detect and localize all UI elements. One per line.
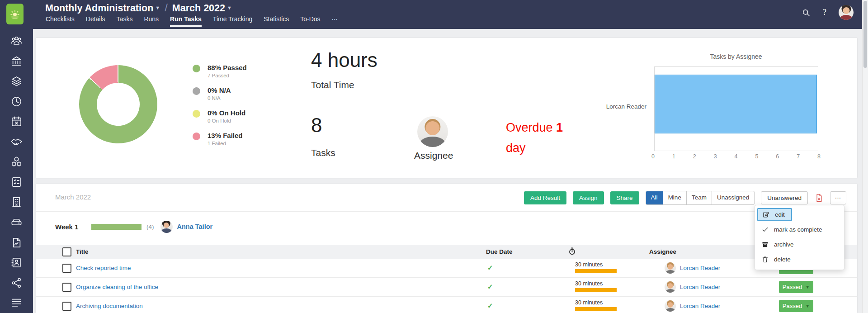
sidebar-item-share[interactable] xyxy=(0,273,33,293)
menu-item-mark-complete[interactable]: mark as complete xyxy=(755,222,844,237)
sidebar-item-time[interactable] xyxy=(0,91,33,112)
row-assignee-avatar[interactable] xyxy=(665,300,676,312)
run-title-dropdown[interactable]: March 2022 xyxy=(172,3,225,14)
tasks-count-value: 8 xyxy=(311,114,335,137)
row-checkbox[interactable] xyxy=(62,264,71,273)
menu-item-delete[interactable]: delete xyxy=(755,252,844,267)
sidebar-item-list[interactable] xyxy=(0,293,33,313)
x-tick: 1 xyxy=(672,153,675,160)
assignment-filter-group: All Mine Team Unassigned xyxy=(646,191,755,205)
filter-team[interactable]: Team xyxy=(686,191,712,204)
chevron-down-icon[interactable]: ▼ xyxy=(155,5,160,10)
help-icon[interactable]: ? xyxy=(823,8,826,17)
legend-item-onhold: 0% On Hold 0 On Hold xyxy=(193,109,247,131)
week-label: Week 1 xyxy=(55,223,91,231)
task-title-link[interactable]: Organize cleaning of the office xyxy=(76,284,158,290)
task-title-link[interactable]: Check reported time xyxy=(76,265,131,271)
menu-item-edit[interactable]: edit xyxy=(755,207,844,222)
more-actions-button[interactable]: ⋯ xyxy=(830,191,846,204)
sidebar-item-people[interactable] xyxy=(0,31,33,51)
table-row: Archiving documentation ✓ 30 minutes Lor… xyxy=(36,297,857,313)
trash-icon xyxy=(761,256,769,263)
calendar-x-icon xyxy=(10,115,23,128)
tab-to-dos[interactable]: To-Dos xyxy=(300,15,320,27)
app-window: Monthly Administration ▼ / March 2022 ▼ … xyxy=(0,0,868,313)
sidebar-item-partners[interactable] xyxy=(0,132,33,152)
unanswered-filter-button[interactable]: Unanswered xyxy=(761,191,808,204)
tab-runs[interactable]: Runs xyxy=(144,15,159,27)
table-header: Title Due Date Assignee xyxy=(36,245,857,259)
filter-unassigned[interactable]: Unassigned xyxy=(712,191,754,204)
row-checkbox[interactable] xyxy=(62,302,71,311)
row-assignee-link[interactable]: Lorcan Reader xyxy=(680,265,720,271)
menu-item-archive[interactable]: archive xyxy=(755,237,844,252)
bar-chart-plot xyxy=(654,66,818,151)
week-assignee-link[interactable]: Anna Tailor xyxy=(177,223,213,230)
filter-all[interactable]: All xyxy=(646,191,663,204)
sidebar-item-contacts[interactable] xyxy=(0,252,33,273)
tab-checklists[interactable]: Checklists xyxy=(46,15,75,27)
menu-item-label: archive xyxy=(774,241,794,248)
chevron-down-icon[interactable]: ▼ xyxy=(227,5,232,10)
cubes-icon xyxy=(10,156,23,168)
bar-chart-x-axis: 0 1 2 3 4 5 6 7 8 xyxy=(651,153,821,160)
failed-dot-icon xyxy=(193,133,200,140)
task-status-button[interactable]: Passed ▼ xyxy=(779,300,813,312)
row-assignee-link[interactable]: Lorcan Reader xyxy=(680,284,720,290)
pdf-export-icon[interactable] xyxy=(814,193,824,203)
sidebar-item-modules[interactable] xyxy=(0,152,33,172)
filter-mine[interactable]: Mine xyxy=(663,191,686,204)
sidebar-item-company[interactable] xyxy=(0,192,33,213)
sidebar-item-calendar[interactable] xyxy=(0,111,33,132)
task-title-link[interactable]: Archiving documentation xyxy=(76,303,143,309)
handshake-icon xyxy=(10,136,23,148)
menu-item-edit-highlight: edit xyxy=(757,208,792,221)
assignee-avatar[interactable] xyxy=(417,116,448,147)
add-result-button[interactable]: Add Result xyxy=(524,191,566,204)
week-assignee-avatar[interactable] xyxy=(160,221,173,233)
sidebar-item-organization[interactable] xyxy=(0,51,33,71)
sidebar-item-storage[interactable] xyxy=(0,212,33,232)
tab-statistics[interactable]: Statistics xyxy=(264,15,289,27)
menu-item-label: edit xyxy=(775,211,785,218)
share-button[interactable]: Share xyxy=(610,191,639,204)
table-row: Check reported time ✓ 30 minutes Lorcan … xyxy=(36,259,857,278)
results-donut-chart xyxy=(79,65,157,143)
left-sidebar xyxy=(0,29,33,313)
users-icon xyxy=(10,35,23,47)
status-label: Passed xyxy=(783,303,802,309)
user-avatar[interactable] xyxy=(839,5,854,20)
row-assignee-avatar[interactable] xyxy=(665,281,676,293)
search-icon[interactable] xyxy=(802,8,811,17)
row-checkbox[interactable] xyxy=(62,283,71,292)
tab-run-tasks[interactable]: Run Tasks xyxy=(170,15,202,27)
navbar-actions: ? xyxy=(802,5,854,20)
stopwatch-icon xyxy=(568,247,576,256)
row-assignee-avatar[interactable] xyxy=(665,262,676,274)
tab-tasks[interactable]: Tasks xyxy=(117,15,133,27)
sidebar-item-layers[interactable] xyxy=(0,71,33,91)
legend-item-failed: 13% Failed 1 Failed xyxy=(193,131,247,154)
bar-lorcan-reader xyxy=(655,75,817,133)
tab-time-tracking[interactable]: Time Tracking xyxy=(213,15,252,27)
tab-details[interactable]: Details xyxy=(86,15,105,27)
sidebar-item-reports[interactable] xyxy=(0,232,33,253)
checkmark-icon xyxy=(761,226,769,233)
assign-button[interactable]: Assign xyxy=(573,191,604,204)
donut-legend: 88% Passed 7 Passed 0% N/A 0 N/A 0% On H… xyxy=(193,63,247,154)
overdue-warning: Overdue 1 day xyxy=(506,118,585,158)
row-assignee-link[interactable]: Lorcan Reader xyxy=(680,303,720,309)
page-scrollbar[interactable] xyxy=(862,0,868,313)
legend-na-pct: 0% N/A xyxy=(208,86,231,95)
runbook-title-dropdown[interactable]: Monthly Administration xyxy=(45,3,153,14)
status-label: Passed xyxy=(783,284,802,290)
tab-overflow-more[interactable]: ⋯ xyxy=(332,15,338,27)
run-tasks-card: March 2022 Add Result Assign Share All M… xyxy=(36,184,857,313)
sidebar-item-checklists[interactable] xyxy=(0,172,33,192)
x-tick: 3 xyxy=(714,153,717,160)
app-logo[interactable] xyxy=(6,4,24,24)
select-all-checkbox[interactable] xyxy=(62,247,71,256)
task-status-button[interactable]: Passed ▼ xyxy=(779,281,813,293)
scrollbar-thumb[interactable] xyxy=(863,1,867,68)
chevron-down-icon: ▼ xyxy=(805,304,810,308)
